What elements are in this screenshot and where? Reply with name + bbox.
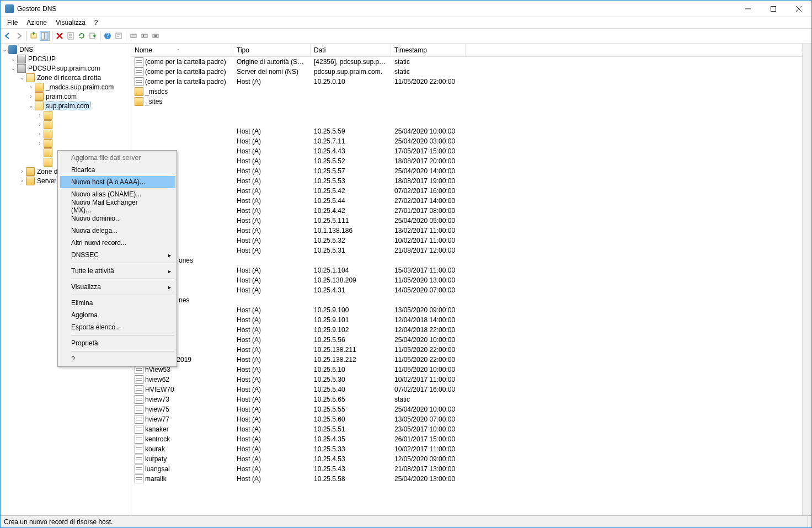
add-button[interactable] xyxy=(29,31,39,41)
record-row[interactable]: hview62Host (A)10.25.5.3010/02/2017 11:0… xyxy=(131,375,802,385)
ctx-new-domain[interactable]: Nuovo dominio... xyxy=(60,212,175,225)
ctx-new-host[interactable]: Nuovo host (A o AAAA)... xyxy=(60,176,175,188)
maximize-button[interactable] xyxy=(761,1,786,17)
record-row[interactable]: Host (A)10.25.5.4207/02/2017 16:00:00 xyxy=(131,186,802,196)
column-timestamp[interactable]: Timestamp xyxy=(391,45,466,56)
collapse-icon[interactable]: ⌄ xyxy=(18,74,26,82)
record-row[interactable]: Host (A)10.25.5.3121/08/2017 12:00:00 xyxy=(131,246,802,255)
collapse-icon[interactable]: ⌄ xyxy=(9,65,17,72)
record-row[interactable]: fuji2Host (A)10.25.9.10112/04/2018 14:00… xyxy=(131,315,802,325)
menu-action[interactable]: Azione xyxy=(22,18,51,28)
record-row[interactable]: Host (A)10.25.1.10415/03/2017 11:00:00 xyxy=(131,265,802,275)
record-row[interactable]: Host (A)10.25.4.4227/01/2017 08:00:00 xyxy=(131,206,802,216)
ctx-new-delegation[interactable]: Nuova delega... xyxy=(60,225,175,237)
record-row[interactable]: hview77Host (A)10.25.5.6013/05/2020 07:0… xyxy=(131,414,802,424)
record-row[interactable]: haspraHost (A)10.25.138.21111/05/2020 22… xyxy=(131,345,802,355)
record-row[interactable]: (come per la cartella padre)Server dei n… xyxy=(131,67,802,77)
record-row[interactable]: _sites xyxy=(131,97,802,106)
tree-child[interactable]: › xyxy=(1,110,131,120)
ctx-export-list[interactable]: Esporta elenco... xyxy=(60,321,175,333)
record-row[interactable]: Host (A)10.25.5.5725/04/2020 14:00:00 xyxy=(131,166,802,176)
collapse-icon[interactable]: ⌄ xyxy=(9,55,17,63)
record-row[interactable]: Host (A)10.25.138.20911/05/2020 13:00:00 xyxy=(131,275,802,285)
record-row[interactable] xyxy=(131,106,802,116)
record-row[interactable]: luangsaiHost (A)10.25.5.4321/08/2017 13:… xyxy=(131,464,802,474)
tree-child[interactable]: › xyxy=(1,129,131,138)
column-type[interactable]: Tipo xyxy=(233,45,311,56)
column-data[interactable]: Dati xyxy=(311,45,391,56)
expand-icon[interactable]: › xyxy=(27,93,35,100)
ctx-properties[interactable]: Proprietà xyxy=(60,337,175,349)
ctx-help[interactable]: ? xyxy=(60,353,175,365)
menu-view[interactable]: Visualizza xyxy=(51,18,90,28)
collapse-icon[interactable]: ⌄ xyxy=(1,46,8,54)
expand-icon[interactable]: › xyxy=(18,168,26,175)
record-row[interactable]: Host (A)10.25.7.1125/04/2020 03:00:00 xyxy=(131,136,802,146)
record-row[interactable]: kurpatyHost (A)10.25.4.5312/05/2020 09:0… xyxy=(131,454,802,464)
server-pause-button[interactable] xyxy=(140,31,149,41)
delete-button[interactable] xyxy=(55,31,65,41)
ctx-reload[interactable]: Ricarica xyxy=(60,164,175,176)
record-row[interactable]: (come per la cartella padre)Origine di a… xyxy=(131,57,802,67)
refresh-button[interactable] xyxy=(77,31,87,41)
record-row[interactable]: Host (A)10.25.5.3210/02/2017 11:00:00 xyxy=(131,236,802,246)
tree-root[interactable]: ⌄DNS xyxy=(1,45,131,54)
expand-icon[interactable]: › xyxy=(36,121,44,129)
record-row[interactable]: maralikHost (A)10.25.5.5825/04/2020 13:0… xyxy=(131,474,802,484)
record-row[interactable]: HV77-WIN2019Host (A)10.25.138.21211/05/2… xyxy=(131,355,802,365)
expand-icon[interactable]: › xyxy=(27,83,35,91)
record-row[interactable] xyxy=(131,116,802,126)
list-body[interactable]: (come per la cartella padre)Origine di a… xyxy=(131,57,802,515)
record-row[interactable]: kanakerHost (A)10.25.5.5123/05/2017 10:0… xyxy=(131,424,802,434)
record-row[interactable]: hview73Host (A)10.25.5.65static xyxy=(131,394,802,404)
expand-icon[interactable]: › xyxy=(36,111,44,119)
server-start-button[interactable] xyxy=(129,31,138,41)
minimize-button[interactable] xyxy=(735,1,761,17)
record-row[interactable]: fujibisHost (A)10.25.9.10212/04/2018 22:… xyxy=(131,325,802,335)
record-row[interactable]: _msdcs xyxy=(131,87,802,97)
record-row[interactable]: nes xyxy=(131,295,802,305)
expand-icon[interactable]: › xyxy=(18,177,26,185)
tree-praim[interactable]: ›praim.com xyxy=(1,92,131,101)
column-name[interactable]: Nome˄ xyxy=(131,45,233,56)
record-row[interactable]: HVIEW70Host (A)10.25.5.4007/02/2017 16:0… xyxy=(131,385,802,394)
properties-button[interactable] xyxy=(66,31,76,41)
ctx-other-records[interactable]: Altri nuovi record... xyxy=(60,237,175,249)
tree-child[interactable]: › xyxy=(1,120,131,129)
record-row[interactable]: kentrockHost (A)10.25.4.3526/01/2017 15:… xyxy=(131,434,802,444)
ctx-delete[interactable]: Elimina xyxy=(60,297,175,309)
record-row[interactable]: (come per la cartella padre)Host (A)10.2… xyxy=(131,77,802,87)
ctx-view[interactable]: Visualizza xyxy=(60,281,175,293)
record-row[interactable]: Host (A)10.25.5.11125/04/2020 05:00:00 xyxy=(131,216,802,226)
back-button[interactable] xyxy=(3,31,13,41)
record-row[interactable]: Host (A)10.1.138.18613/02/2017 11:00:00 xyxy=(131,226,802,236)
tree-msdcs[interactable]: ›_msdcs.sup.praim.com xyxy=(1,82,131,92)
expand-icon[interactable]: › xyxy=(36,130,44,138)
tree-server[interactable]: ⌄PDCSUP xyxy=(1,54,131,63)
filter-button[interactable] xyxy=(114,31,124,41)
ctx-new-mx[interactable]: Nuovo Mail Exchanger (MX)... xyxy=(60,200,175,212)
record-row[interactable]: Host (A)10.25.9.10013/05/2020 09:00:00 xyxy=(131,305,802,315)
show-hide-button[interactable] xyxy=(40,31,50,41)
expand-icon[interactable]: › xyxy=(36,140,44,147)
help-button[interactable]: ? xyxy=(103,31,113,41)
collapse-icon[interactable]: ⌄ xyxy=(27,102,35,110)
record-row[interactable]: Host (A)10.25.5.4427/02/2017 14:00:00 xyxy=(131,196,802,206)
menu-file[interactable]: File xyxy=(3,18,22,28)
scrollbar[interactable] xyxy=(802,44,811,515)
export-button[interactable] xyxy=(88,31,98,41)
record-row[interactable]: ones xyxy=(131,255,802,265)
tree-suppraim[interactable]: ⌄sup.praim.com xyxy=(1,101,131,110)
tree-domain[interactable]: ⌄PDCSUP.sup.praim.com xyxy=(1,63,131,73)
record-row[interactable]: kourakHost (A)10.25.5.3310/02/2017 11:00… xyxy=(131,444,802,454)
record-row[interactable]: Host (A)10.25.5.5925/04/2020 10:00:00 xyxy=(131,126,802,136)
tree-child[interactable]: › xyxy=(1,138,131,148)
ctx-refresh[interactable]: Aggiorna xyxy=(60,309,175,321)
ctx-dnssec[interactable]: DNSSEC xyxy=(60,249,175,261)
server-stop-button[interactable] xyxy=(151,31,161,41)
record-row[interactable]: Host (A)10.25.4.3114/05/2020 07:00:00 xyxy=(131,285,802,295)
close-button[interactable] xyxy=(786,1,811,17)
ctx-all-tasks[interactable]: Tutte le attività xyxy=(60,265,175,277)
record-row[interactable]: Host (A)10.25.5.5218/08/2017 20:00:00 xyxy=(131,156,802,166)
menu-help[interactable]: ? xyxy=(90,18,103,28)
